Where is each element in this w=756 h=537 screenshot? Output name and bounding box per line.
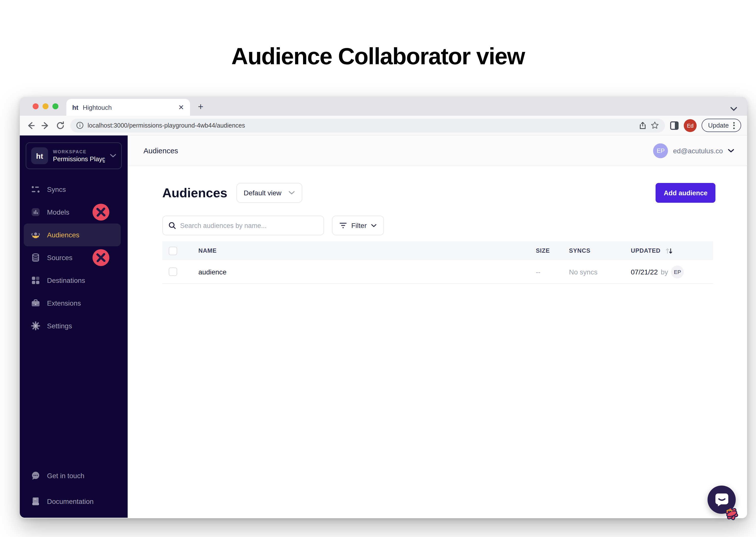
- sidebar-item-syncs[interactable]: Syncs: [20, 178, 128, 201]
- blocked-x-badge: [92, 203, 110, 221]
- update-label: Update: [708, 122, 729, 129]
- table-row[interactable]: audience -- No syncs 07/21/22 by EP: [162, 260, 713, 284]
- search-input[interactable]: [180, 222, 318, 229]
- browser-tab-strip: ht Hightouch ✕ +: [20, 97, 747, 116]
- bookmark-star-icon[interactable]: [650, 121, 659, 130]
- sidebar-item-label: Get in touch: [47, 472, 84, 480]
- user-avatar: EP: [653, 143, 668, 158]
- flower-decoration: [721, 503, 742, 524]
- audiences-page: Audiences Default view Add audience: [128, 166, 747, 518]
- sidebar-item-label: Destinations: [47, 276, 85, 284]
- blocked-x-badge: [92, 249, 110, 267]
- chat-bubble-icon: [31, 471, 41, 481]
- updated-by-avatar[interactable]: EP: [671, 265, 684, 278]
- filter-button[interactable]: Filter: [332, 216, 384, 235]
- reload-icon[interactable]: [55, 120, 65, 130]
- row-name[interactable]: audience: [199, 268, 536, 276]
- search-box[interactable]: [162, 216, 324, 235]
- screenshot-canvas: Audience Collaborator view ht Hightouch …: [0, 0, 756, 537]
- row-syncs: No syncs: [569, 268, 631, 276]
- browser-tab[interactable]: ht Hightouch ✕: [66, 99, 190, 116]
- browser-window: ht Hightouch ✕ +: [20, 97, 747, 518]
- chevron-down-icon: [371, 224, 377, 227]
- sidebar-item-label: Extensions: [47, 299, 81, 307]
- user-email: ed@acutulus.co: [673, 146, 723, 154]
- page-title: Audience Collaborator view: [0, 43, 756, 70]
- browser-update-button[interactable]: Update: [702, 119, 741, 132]
- share-icon[interactable]: [639, 121, 647, 129]
- new-tab-button[interactable]: +: [198, 102, 203, 112]
- column-header-size[interactable]: SIZE: [536, 247, 569, 254]
- sidebar-item-sources[interactable]: Sources: [20, 246, 128, 269]
- row-size: --: [536, 268, 569, 276]
- forward-icon[interactable]: [41, 120, 51, 130]
- sidebar-item-destinations[interactable]: Destinations: [20, 269, 128, 292]
- workspace-selector[interactable]: ht WORKSPACE Permissions Playg...: [26, 143, 122, 169]
- zoom-window-button[interactable]: [53, 103, 58, 109]
- breadcrumb: Audiences: [144, 146, 178, 155]
- filter-icon: [339, 223, 347, 228]
- close-window-button[interactable]: [33, 103, 39, 109]
- sidebar-item-label: Settings: [47, 322, 72, 330]
- workspace-label: WORKSPACE: [53, 149, 105, 154]
- syncs-icon: [31, 185, 41, 194]
- app-sidebar: ht WORKSPACE Permissions Playg...: [20, 136, 128, 518]
- sidebar-item-label: Models: [47, 208, 69, 216]
- sidebar-item-get-in-touch[interactable]: Get in touch: [20, 464, 128, 487]
- view-selector-value: Default view: [244, 189, 282, 197]
- documentation-book-icon: [31, 496, 41, 506]
- column-header-syncs[interactable]: SYNCS: [569, 247, 631, 254]
- side-panel-icon[interactable]: [670, 121, 679, 130]
- back-icon[interactable]: [26, 120, 36, 130]
- user-menu[interactable]: EP ed@acutulus.co: [653, 143, 734, 158]
- sidebar-footer: Get in touch Documentation: [20, 464, 128, 518]
- select-all-checkbox[interactable]: [169, 246, 177, 255]
- sidebar-nav: Syncs Models: [20, 178, 128, 337]
- browser-menu-icon[interactable]: [733, 122, 735, 129]
- content-topbar: Audiences EP ed@acutulus.co: [128, 136, 747, 166]
- sidebar-item-documentation[interactable]: Documentation: [20, 490, 128, 513]
- filter-label: Filter: [351, 222, 367, 229]
- chevron-down-icon: [728, 148, 734, 152]
- audiences-icon: [31, 230, 41, 240]
- column-header-updated[interactable]: UPDATED: [631, 247, 713, 254]
- sidebar-item-label: Audiences: [47, 231, 79, 239]
- window-controls: [33, 103, 58, 109]
- sidebar-item-extensions[interactable]: Extensions: [20, 292, 128, 314]
- sort-icon[interactable]: [665, 247, 673, 254]
- models-icon: [31, 207, 41, 217]
- browser-profile-avatar[interactable]: Ed: [684, 119, 697, 132]
- url-text: localhost:3000/permissions-playground-4w…: [88, 122, 635, 129]
- row-checkbox[interactable]: [169, 268, 177, 276]
- sources-icon: [31, 253, 41, 263]
- tab-search-chevron-icon[interactable]: [730, 107, 737, 111]
- row-updated: 07/21/22 by EP: [631, 265, 713, 278]
- chevron-down-icon: [110, 154, 116, 158]
- sidebar-item-models[interactable]: Models: [20, 201, 128, 224]
- page-heading: Audiences: [162, 185, 227, 200]
- settings-gear-icon: [31, 321, 41, 331]
- table-header: NAME SIZE SYNCS UPDATED: [162, 241, 713, 260]
- destinations-icon: [31, 275, 41, 285]
- audiences-table: NAME SIZE SYNCS UPDATED: [162, 241, 713, 284]
- add-audience-button[interactable]: Add audience: [656, 183, 715, 203]
- minimize-window-button[interactable]: [43, 103, 49, 109]
- workspace-logo: ht: [31, 147, 48, 164]
- main-content: Audiences EP ed@acutulus.co Audiences De…: [128, 136, 747, 518]
- close-tab-icon[interactable]: ✕: [178, 104, 184, 111]
- browser-toolbar: localhost:3000/permissions-playground-4w…: [20, 116, 747, 136]
- sidebar-item-label: Documentation: [47, 497, 94, 505]
- chevron-down-icon: [289, 191, 295, 195]
- search-icon: [168, 222, 176, 229]
- sidebar-item-audiences[interactable]: Audiences: [24, 224, 121, 246]
- column-header-name[interactable]: NAME: [199, 247, 536, 254]
- tab-title: Hightouch: [83, 103, 174, 111]
- extensions-icon: [31, 298, 41, 308]
- hightouch-favicon: ht: [72, 103, 78, 111]
- site-info-icon[interactable]: [76, 122, 84, 129]
- sidebar-item-label: Syncs: [47, 186, 66, 193]
- url-bar[interactable]: localhost:3000/permissions-playground-4w…: [70, 118, 665, 132]
- view-selector[interactable]: Default view: [236, 183, 302, 203]
- sidebar-item-label: Sources: [47, 254, 72, 262]
- sidebar-item-settings[interactable]: Settings: [20, 314, 128, 337]
